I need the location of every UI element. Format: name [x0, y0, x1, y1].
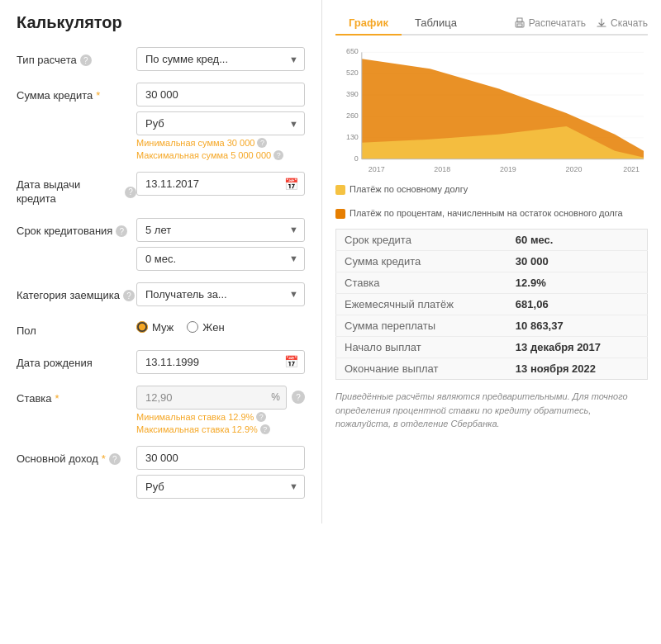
- rate-unit-label: %: [271, 391, 280, 403]
- borrower-category-controls: Получатель за... ▼: [136, 282, 305, 306]
- summary-value-monthly: 681,06: [507, 294, 648, 315]
- summary-label-overpayment: Сумма переплаты: [336, 315, 507, 337]
- legend-principal-label: Платёж по основному долгу: [350, 184, 468, 194]
- svg-text:2020: 2020: [566, 165, 583, 173]
- summary-label-term: Срок кредита: [336, 230, 507, 251]
- summary-label-amount: Сумма кредита: [336, 251, 507, 272]
- loan-term-help-icon[interactable]: ?: [116, 225, 127, 237]
- loan-term-years-select[interactable]: 5 лет: [136, 218, 305, 242]
- legend-interest-color: [335, 209, 345, 219]
- table-row: Сумма переплаты 10 863,37: [336, 315, 648, 337]
- loan-min-hint: Минимальная сумма 30 000 ?: [136, 138, 305, 148]
- borrower-category-select-wrapper: Получатель за... ▼: [136, 282, 305, 306]
- loan-date-wrapper: 📅: [136, 172, 305, 196]
- legend-interest-label: Платёж по процентам, начисленным на оста…: [350, 208, 623, 218]
- summary-label-start: Начало выплат: [336, 337, 507, 358]
- print-button[interactable]: Распечатать: [514, 17, 586, 29]
- income-currency-select[interactable]: Руб: [136, 475, 305, 499]
- gender-male-option[interactable]: Муж: [136, 321, 174, 334]
- loan-date-controls: 📅: [136, 172, 305, 196]
- calc-type-help-icon[interactable]: ?: [80, 54, 92, 66]
- summary-value-term: 60 мес.: [507, 230, 648, 251]
- rate-help-icon[interactable]: ?: [292, 391, 305, 404]
- table-row: Ежемесячный платёж 681,06: [336, 294, 648, 315]
- borrower-category-select[interactable]: Получатель за...: [136, 282, 305, 306]
- loan-min-help-icon[interactable]: ?: [257, 138, 267, 148]
- loan-date-help-icon[interactable]: ?: [125, 187, 136, 198]
- loan-term-years-wrapper: 5 лет ▼: [136, 218, 305, 242]
- loan-date-row: Дата выдачи кредита ? 📅: [17, 172, 305, 206]
- income-controls: Руб ▼: [136, 446, 305, 499]
- svg-text:520: 520: [346, 69, 359, 77]
- birth-date-label: Дата рождения: [17, 350, 136, 371]
- calc-type-select-wrapper: По сумме кред... ▼: [136, 47, 305, 71]
- calc-type-controls: По сумме кред... ▼: [136, 47, 305, 71]
- svg-text:2018: 2018: [434, 165, 450, 173]
- summary-label-end: Окончание выплат: [336, 358, 507, 380]
- summary-value-overpayment: 10 863,37: [507, 315, 648, 337]
- loan-max-hint: Максимальная сумма 5 000 000 ?: [136, 150, 305, 160]
- loan-amount-input[interactable]: [136, 83, 305, 107]
- rate-max-help-icon[interactable]: ?: [260, 424, 270, 434]
- income-label: Основной доход * ?: [17, 446, 136, 466]
- income-help-icon[interactable]: ?: [109, 453, 121, 465]
- rate-min-hint: Минимальная ставка 12.9% ?: [136, 412, 305, 422]
- download-button[interactable]: Скачать: [596, 17, 648, 29]
- svg-text:130: 130: [346, 133, 359, 141]
- rate-min-help-icon[interactable]: ?: [256, 412, 266, 422]
- birth-date-row: Дата рождения 📅: [17, 350, 305, 374]
- borrower-category-help-icon[interactable]: ?: [123, 290, 135, 301]
- loan-term-row: Срок кредитования ? 5 лет ▼ 0 мес. ▼: [17, 218, 305, 271]
- summary-table: Срок кредита 60 мес. Сумма кредита 30 00…: [335, 229, 648, 380]
- borrower-category-row: Категория заемщика ? Получатель за... ▼: [17, 282, 305, 306]
- income-currency-select-wrapper: Руб ▼: [136, 475, 305, 499]
- tab-table[interactable]: Таблица: [402, 12, 470, 36]
- print-icon: [514, 17, 525, 29]
- svg-rect-2: [517, 24, 522, 26]
- loan-amount-row: Сумма кредита * Руб ▼ Минимальная сумма …: [17, 83, 305, 160]
- right-panel: График Таблица Распечатать Скачать 650 5…: [322, 0, 661, 523]
- loan-date-label: Дата выдачи кредита ?: [17, 172, 136, 206]
- income-row: Основной доход * ? Руб ▼: [17, 446, 305, 499]
- svg-text:650: 650: [346, 47, 359, 55]
- chart-legend: Платёж по основному долгу Платёж по проц…: [335, 184, 648, 219]
- loan-currency-select[interactable]: Руб: [136, 111, 305, 135]
- tab-actions: Распечатать Скачать: [514, 17, 648, 29]
- loan-term-label: Срок кредитования ?: [17, 218, 136, 239]
- tab-graph[interactable]: График: [335, 12, 402, 36]
- table-row: Ставка 12.9%: [336, 272, 648, 294]
- birth-date-controls: 📅: [136, 350, 305, 374]
- loan-term-months-select[interactable]: 0 мес.: [136, 247, 305, 271]
- legend-principal-color: [335, 185, 345, 195]
- summary-value-end: 13 ноября 2022: [507, 358, 648, 380]
- calc-type-select[interactable]: По сумме кред...: [136, 47, 305, 71]
- left-panel: Калькулятор Тип расчета ? По сумме кред.…: [0, 0, 322, 523]
- borrower-category-label: Категория заемщика ?: [17, 282, 136, 303]
- gender-female-radio[interactable]: [187, 321, 198, 333]
- summary-label-monthly: Ежемесячный платёж: [336, 294, 507, 315]
- summary-value-rate: 12.9%: [507, 272, 648, 294]
- loan-term-controls: 5 лет ▼ 0 мес. ▼: [136, 218, 305, 271]
- loan-amount-controls: Руб ▼ Минимальная сумма 30 000 ? Максима…: [136, 83, 305, 160]
- loan-date-input[interactable]: [136, 172, 305, 196]
- birth-date-wrapper: 📅: [136, 350, 305, 374]
- table-row: Окончание выплат 13 ноября 2022: [336, 358, 648, 380]
- gender-male-radio[interactable]: [136, 321, 148, 333]
- gender-row: Пол Муж Жен: [17, 318, 305, 339]
- gender-female-option[interactable]: Жен: [187, 321, 224, 334]
- svg-text:2017: 2017: [369, 165, 385, 173]
- loan-max-help-icon[interactable]: ?: [273, 150, 283, 160]
- rate-input-row: % ?: [136, 386, 305, 410]
- svg-text:390: 390: [346, 90, 359, 98]
- loan-term-months-wrapper: 0 мес. ▼: [136, 247, 305, 271]
- rate-input[interactable]: [136, 386, 287, 410]
- rate-row: Ставка * % ? Минимальная ставка 12.9% ? …: [17, 386, 305, 434]
- rate-input-wrapper: %: [136, 386, 287, 410]
- birth-date-input[interactable]: [136, 350, 305, 374]
- loan-currency-select-wrapper: Руб ▼: [136, 111, 305, 135]
- download-icon: [596, 17, 607, 29]
- legend-principal: Платёж по основному долгу: [335, 184, 468, 195]
- rate-label: Ставка *: [17, 386, 136, 406]
- income-input[interactable]: [136, 446, 305, 470]
- svg-text:2019: 2019: [500, 165, 516, 173]
